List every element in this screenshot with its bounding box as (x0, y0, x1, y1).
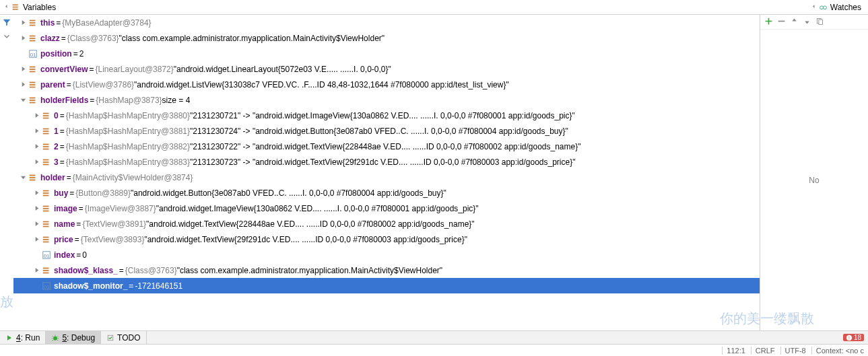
var-name: index (54, 250, 75, 260)
tree-row[interactable]: 0 = {HashMap$HashMapEntry@3880} "2131230… (13, 108, 760, 123)
debug-tab[interactable]: 5: Debug (46, 331, 101, 344)
var-type: {HashMap@3873} (96, 96, 162, 105)
expand-toggle[interactable] (19, 65, 27, 73)
expand-toggle[interactable] (19, 34, 27, 42)
move-down-button[interactable] (803, 17, 811, 28)
todo-tab[interactable]: TODO (101, 331, 146, 344)
add-watch-button[interactable] (764, 17, 773, 28)
expand-toggle[interactable] (32, 205, 40, 213)
svg-rect-25 (43, 128, 49, 129)
variables-panel: this = {MyBaseAdapter@3784} clazz = {Cla… (0, 15, 760, 330)
expand-icon[interactable] (2, 32, 11, 43)
glasses-icon (819, 3, 828, 11)
svg-rect-32 (43, 162, 49, 163)
svg-rect-16 (30, 81, 36, 83)
tree-row[interactable]: image = {ImageView@3887} "android.widget… (13, 201, 760, 216)
remove-watch-button[interactable] (777, 17, 786, 28)
var-type: {ImageView@3887} (85, 204, 156, 213)
svg-rect-7 (30, 24, 36, 26)
variables-tab[interactable]: Variables (11, 3, 56, 12)
expand-toggle[interactable] (19, 81, 27, 89)
tree-row[interactable]: name = {TextView@3891} "android.widget.T… (13, 216, 760, 232)
expand-toggle[interactable] (19, 96, 27, 104)
var-value: size = 4 (162, 96, 191, 105)
var-name: position (40, 49, 72, 59)
var-value: "android.widget.ImageView{130a0862 V.ED.… (156, 204, 479, 213)
status-position[interactable]: 112:1 (722, 347, 745, 355)
var-type: {HashMap$HashMapEntry@3882} (66, 142, 190, 151)
tree-row[interactable]: holder = {MainActivity$ViewHolder@3874} (13, 170, 760, 185)
tree-row[interactable]: clazz = {Class@3763} "class com.example.… (13, 30, 760, 46)
tree-row[interactable]: this = {MyBaseAdapter@3784} (13, 15, 760, 30)
svg-text:01: 01 (44, 252, 50, 258)
var-type: {HashMap$HashMapEntry@3881} (66, 127, 190, 136)
var-value: "class com.example.administrator.myappli… (177, 266, 442, 275)
var-value: 2 (79, 49, 84, 59)
expand-toggle[interactable] (19, 174, 27, 182)
var-value: 0 (82, 250, 87, 260)
var-type: {Class@3763} (67, 34, 119, 43)
tree-row[interactable]: 01position = 2 (13, 46, 760, 61)
var-value: "android.widget.TextView{228448ae V.ED..… (146, 219, 475, 229)
svg-rect-20 (30, 100, 36, 101)
status-line-sep[interactable]: CRLF (751, 347, 775, 355)
expand-toggle[interactable] (32, 189, 40, 197)
svg-rect-24 (43, 117, 49, 118)
move-up-button[interactable] (790, 17, 799, 28)
svg-rect-30 (43, 148, 49, 149)
tree-row[interactable]: parent = {ListView@3786} "android.widget… (13, 77, 760, 92)
var-name: 3 (54, 157, 59, 167)
pin-icon-watches[interactable] (810, 2, 819, 13)
object-icon (42, 219, 51, 229)
var-name: shadow$_monitor_ (54, 281, 127, 291)
var-name: convertView (40, 65, 88, 74)
svg-rect-41 (43, 208, 49, 209)
expand-toggle[interactable] (32, 266, 40, 275)
expand-toggle[interactable] (32, 112, 40, 120)
tree-row[interactable]: buy = {Button@3889} "android.widget.Butt… (13, 185, 760, 201)
svg-rect-5 (30, 20, 36, 21)
pin-icon[interactable] (3, 2, 11, 13)
copy-watch-button[interactable] (815, 17, 824, 28)
tree-row[interactable]: price = {TextView@3893} "android.widget.… (13, 232, 760, 247)
run-tab[interactable]: 4: Run (0, 331, 46, 344)
expand-toggle[interactable] (19, 19, 27, 27)
tree-row[interactable]: shadow$_klass_ = {Class@3763} "class com… (13, 262, 760, 278)
error-count-badge[interactable]: ! 18 (843, 334, 864, 341)
object-icon (42, 188, 51, 198)
status-encoding[interactable]: UTF-8 (780, 347, 806, 355)
variables-tree[interactable]: this = {MyBaseAdapter@3784} clazz = {Cla… (13, 15, 760, 330)
svg-rect-0 (13, 4, 18, 5)
expand-toggle (32, 251, 40, 259)
filter-icon[interactable] (2, 17, 11, 29)
expand-toggle[interactable] (32, 127, 40, 135)
expand-toggle[interactable] (32, 158, 40, 166)
svg-rect-46 (43, 236, 49, 238)
var-value: "android.widget.ListView{313038c7 VFED.V… (134, 80, 509, 90)
svg-rect-21 (30, 102, 36, 103)
svg-rect-10 (30, 40, 36, 41)
svg-rect-39 (43, 194, 49, 196)
tree-row[interactable]: 2 = {HashMap$HashMapEntry@3882} "2131230… (13, 139, 760, 154)
var-name: parent (40, 80, 65, 90)
status-context[interactable]: Context: <no c (811, 347, 864, 355)
var-type: {HashMap$HashMapEntry@3880} (66, 111, 190, 120)
watches-tab[interactable]: Watches (819, 3, 861, 12)
tree-row[interactable]: 3 = {HashMap$HashMapEntry@3883} "2131230… (13, 154, 760, 170)
expand-toggle (32, 282, 40, 290)
expand-toggle[interactable] (32, 236, 40, 244)
object-icon (28, 80, 38, 90)
object-icon (42, 111, 51, 120)
object-icon (42, 204, 51, 213)
tree-row[interactable]: 1 = {HashMap$HashMapEntry@3881} "2131230… (13, 123, 760, 139)
svg-rect-43 (43, 221, 49, 222)
expand-toggle[interactable] (32, 143, 40, 151)
tree-row[interactable]: 01index = 0 (13, 247, 760, 262)
object-icon (42, 157, 51, 167)
tree-row[interactable]: holderFields = {HashMap@3873} size = 4 (13, 92, 760, 108)
tree-row[interactable]: convertView = {LinearLayout@3872} "andro… (13, 61, 760, 77)
tree-row[interactable]: 01shadow$_monitor_ = -1721646151 (13, 278, 760, 293)
expand-toggle[interactable] (32, 220, 40, 228)
svg-rect-47 (43, 239, 49, 240)
watches-empty: No (760, 30, 868, 330)
